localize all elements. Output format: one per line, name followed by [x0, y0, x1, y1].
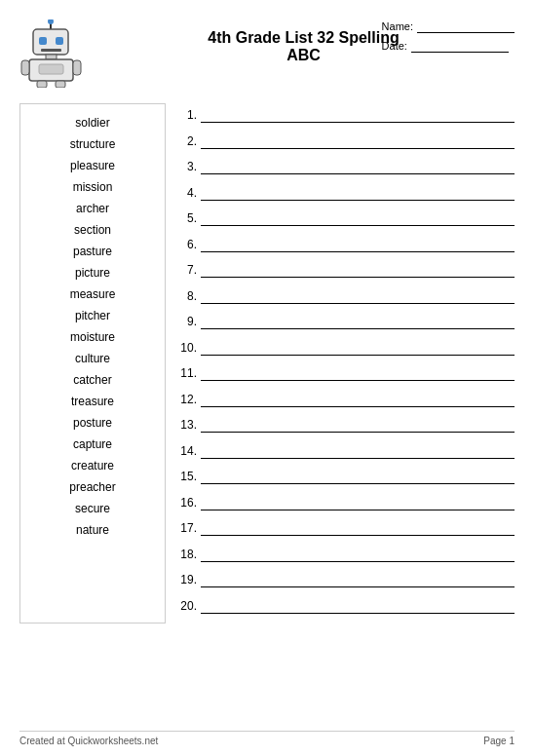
- svg-rect-5: [41, 49, 61, 52]
- numbered-line: 16.: [175, 495, 515, 510]
- date-label: Date:: [382, 40, 407, 52]
- numbered-line: 15.: [175, 469, 515, 484]
- write-line[interactable]: [201, 572, 515, 587]
- page-wrapper: Name: Date:: [0, 0, 534, 756]
- line-number: 9.: [175, 315, 197, 329]
- word-item: posture: [24, 412, 161, 434]
- write-line[interactable]: [201, 443, 515, 459]
- date-field-line: Date:: [382, 39, 515, 53]
- footer-right: Page 1: [483, 736, 515, 746]
- word-item: picture: [24, 262, 161, 284]
- line-number: 4.: [175, 186, 197, 201]
- write-line[interactable]: [201, 237, 515, 252]
- line-number: 12.: [175, 393, 197, 407]
- numbered-line: 5.: [175, 210, 515, 226]
- write-line[interactable]: [201, 262, 515, 278]
- word-item: creature: [24, 455, 161, 476]
- write-line[interactable]: [201, 598, 515, 614]
- name-underline: [417, 19, 515, 33]
- name-label: Name:: [382, 20, 413, 32]
- numbered-line: 17.: [175, 520, 515, 536]
- line-number: 19.: [175, 573, 197, 587]
- numbered-line: 1.: [175, 107, 515, 123]
- numbered-line: 3.: [175, 159, 515, 174]
- svg-rect-9: [21, 60, 29, 75]
- content-area: soldierstructurepleasuremissionarchersec…: [19, 103, 515, 624]
- svg-rect-11: [37, 81, 47, 88]
- numbered-lines: 1.2.3.4.5.6.7.8.9.10.11.12.13.14.15.16.1…: [175, 103, 515, 624]
- line-number: 17.: [175, 521, 197, 536]
- word-item: nature: [24, 519, 161, 541]
- numbered-line: 14.: [175, 443, 515, 459]
- write-line[interactable]: [201, 159, 515, 174]
- name-date-block: Name: Date:: [382, 19, 515, 58]
- write-line[interactable]: [201, 314, 515, 329]
- line-number: 15.: [175, 470, 197, 484]
- write-line[interactable]: [201, 520, 515, 536]
- numbered-line: 7.: [175, 262, 515, 278]
- svg-rect-10: [73, 60, 81, 75]
- line-number: 20.: [175, 599, 197, 614]
- word-item: moisture: [24, 326, 161, 348]
- numbered-line: 10.: [175, 340, 515, 356]
- write-line[interactable]: [201, 133, 515, 149]
- write-line[interactable]: [201, 365, 515, 381]
- write-line[interactable]: [201, 417, 515, 433]
- line-number: 6.: [175, 238, 197, 252]
- write-line[interactable]: [201, 547, 515, 562]
- line-number: 16.: [175, 496, 197, 510]
- line-number: 5.: [175, 211, 197, 226]
- numbered-line: 18.: [175, 547, 515, 562]
- write-line[interactable]: [201, 469, 515, 484]
- write-line[interactable]: [201, 107, 515, 123]
- word-item: structure: [24, 133, 161, 155]
- word-item: catcher: [24, 369, 161, 391]
- line-number: 11.: [175, 366, 197, 381]
- word-item: treasure: [24, 391, 161, 412]
- numbered-line: 6.: [175, 237, 515, 252]
- word-item: culture: [24, 348, 161, 369]
- svg-point-1: [48, 19, 54, 24]
- line-number: 8.: [175, 289, 197, 304]
- line-number: 13.: [175, 418, 197, 433]
- line-number: 7.: [175, 263, 197, 278]
- robot-icon: [19, 19, 83, 88]
- word-item: soldier: [24, 112, 161, 133]
- line-number: 10.: [175, 341, 197, 356]
- numbered-line: 4.: [175, 185, 515, 201]
- numbered-line: 19.: [175, 572, 515, 587]
- svg-rect-4: [56, 37, 63, 45]
- svg-rect-8: [39, 64, 63, 74]
- word-item: archer: [24, 198, 161, 219]
- write-line[interactable]: [201, 185, 515, 201]
- word-item: pitcher: [24, 305, 161, 326]
- numbered-line: 13.: [175, 417, 515, 433]
- numbered-line: 11.: [175, 365, 515, 381]
- svg-rect-12: [56, 81, 65, 88]
- line-number: 14.: [175, 444, 197, 459]
- date-underline: [411, 39, 509, 53]
- write-line[interactable]: [201, 288, 515, 304]
- word-item: mission: [24, 176, 161, 198]
- numbered-line: 20.: [175, 598, 515, 614]
- numbered-line: 9.: [175, 314, 515, 329]
- line-number: 3.: [175, 160, 197, 174]
- line-number: 2.: [175, 134, 197, 149]
- write-line[interactable]: [201, 340, 515, 356]
- line-number: 1.: [175, 108, 197, 123]
- write-line[interactable]: [201, 495, 515, 510]
- svg-rect-3: [39, 37, 47, 45]
- numbered-line: 8.: [175, 288, 515, 304]
- write-line[interactable]: [201, 210, 515, 226]
- word-list-box: soldierstructurepleasuremissionarchersec…: [19, 103, 166, 624]
- word-item: pasture: [24, 241, 161, 262]
- line-number: 18.: [175, 548, 197, 562]
- name-field-line: Name:: [382, 19, 515, 33]
- word-item: secure: [24, 498, 161, 519]
- numbered-line: 12.: [175, 392, 515, 407]
- word-item: preacher: [24, 476, 161, 498]
- word-item: capture: [24, 434, 161, 455]
- footer: Created at Quickworksheets.net Page 1: [19, 731, 515, 746]
- word-item: measure: [24, 284, 161, 305]
- write-line[interactable]: [201, 392, 515, 407]
